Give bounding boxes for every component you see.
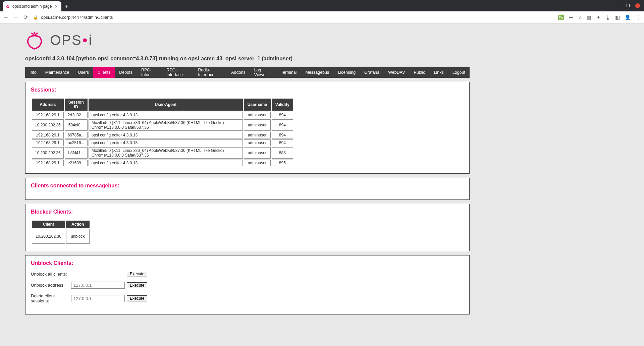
profile-icon[interactable]: 👤 — [625, 14, 631, 20]
sessions-cell-ua: opsi config editor 4.3.0.13 — [89, 160, 243, 166]
blocked-col-action: Action — [66, 221, 90, 228]
nav-rpc-infos[interactable]: RPC-Infos — [137, 67, 162, 78]
nav-licensing[interactable]: Licensing — [333, 67, 360, 78]
logo-text-b: i — [89, 32, 92, 48]
messagebus-heading: Clients connected to messagebus: — [31, 183, 464, 189]
nav-reload-icon[interactable]: ⟳ — [23, 14, 28, 20]
opsi-bee-icon — [25, 31, 44, 50]
sessions-cell-sid: 2d2a32... — [65, 112, 88, 118]
translate-icon[interactable]: 🈯 — [558, 14, 564, 20]
sessions-cell-user: adminuser — [244, 147, 271, 159]
nav-webdav[interactable]: WebDAV — [384, 67, 409, 78]
kebab-menu-icon[interactable]: ⋮ — [636, 14, 641, 20]
nav-messagebus[interactable]: Messagebus — [301, 67, 333, 78]
blocked-panel: Blocked Clients: ClientAction 10.200.202… — [25, 204, 470, 251]
blocked-client: 10.200.202.36 — [32, 229, 65, 244]
sessions-col-session-id: Session ID — [65, 99, 88, 111]
sessions-row: 10.200.202.36b8fd41...Mozilla/5.0 (X11; … — [32, 147, 293, 159]
blocked-table: ClientAction 10.200.202.36unblock — [31, 220, 91, 245]
sessions-cell-addr: 10.200.202.36 — [32, 119, 64, 131]
tab-title: opsiconfd admin page — [12, 4, 52, 9]
sessions-row: 192.168.29.12d2a32...opsi config editor … — [32, 112, 293, 118]
nav-logout[interactable]: Logout — [448, 67, 470, 78]
logo-dot-icon: • — [83, 32, 88, 48]
sessions-cell-val: 888 — [272, 147, 293, 159]
nav-terminal[interactable]: Terminal — [276, 67, 301, 78]
sessions-cell-ua: Mozilla/5.0 (X11; Linux x86_64) AppleWeb… — [89, 119, 243, 131]
panel-icon[interactable]: ◧ — [615, 14, 620, 20]
unblock-address-label: Unblock address: — [31, 283, 71, 288]
sessions-cell-val: 894 — [272, 119, 293, 131]
nav-info[interactable]: Info — [25, 67, 41, 78]
bookmark-icon[interactable]: ☆ — [578, 14, 582, 20]
nav-grafana[interactable]: Grafana — [360, 67, 384, 78]
close-tab-icon[interactable]: ✕ — [54, 4, 58, 9]
delete-sessions-input[interactable] — [71, 295, 125, 302]
sessions-cell-user: adminuser — [244, 132, 271, 138]
admin-page: OPS•i opsiconfd 4.3.0.104 [python-opsi-c… — [0, 23, 483, 328]
nav-addons[interactable]: Addons — [227, 67, 250, 78]
window-maximize-icon[interactable]: ❐ — [626, 3, 630, 8]
window-controls: — ❐ — [617, 0, 644, 11]
main-nav: InfoMaintenanceUsersClientsDepotsRPC-Inf… — [25, 67, 470, 78]
sessions-cell-sid: b8fd41... — [65, 147, 88, 159]
nav-redis-interface[interactable]: Redis-Interface — [194, 67, 227, 78]
unblock-all-row: Unblock all clients: Execute — [31, 271, 464, 277]
sessions-cell-ua: opsi config editor 4.3.0.13 — [89, 139, 243, 146]
logo-text: OPS•i — [50, 32, 93, 48]
sessions-cell-sid: 594cf0... — [65, 119, 88, 131]
delete-sessions-label: Delete client sessions: — [31, 293, 71, 303]
sessions-cell-user: adminuser — [244, 139, 271, 146]
browser-address-bar: ← → ⟳ 🔒 opsi.acme.corp:44474/admin/#clie… — [0, 11, 644, 23]
unblock-address-execute-button[interactable]: Execute — [127, 282, 147, 288]
sessions-col-username: Username — [244, 99, 271, 111]
messagebus-panel: Clients connected to messagebus: — [25, 178, 470, 200]
window-minimize-icon[interactable]: — — [617, 3, 621, 8]
sessions-col-user-agent: User-Agent — [89, 99, 243, 111]
nav-clients[interactable]: Clients — [93, 67, 115, 78]
sessions-cell-ua: Mozilla/5.0 (X11; Linux x86_64) AppleWeb… — [89, 147, 243, 159]
unblock-all-execute-button[interactable]: Execute — [127, 271, 147, 277]
nav-public[interactable]: Public — [410, 67, 430, 78]
sessions-cell-addr: 10.200.202.36 — [32, 147, 64, 159]
sessions-cell-ua: opsi config editor 4.3.0.13 — [89, 132, 243, 138]
nav-depots[interactable]: Depots — [115, 67, 137, 78]
sessions-col-address: Address — [32, 99, 64, 111]
qr-icon[interactable]: ▦ — [587, 14, 592, 20]
unblock-address-row: Unblock address: Execute — [31, 282, 464, 289]
sessions-cell-user: adminuser — [244, 119, 271, 131]
new-tab-button[interactable]: + — [61, 1, 72, 11]
nav-back-icon[interactable]: ← — [3, 14, 9, 20]
sessions-cell-val: 894 — [272, 139, 293, 146]
nav-forward-icon[interactable]: → — [13, 14, 19, 20]
sessions-table: AddressSession IDUser-AgentUsernameValid… — [31, 98, 294, 167]
browser-tab-strip: ✿ opsiconfd admin page ✕ + — ❐ — [0, 0, 644, 11]
download-icon[interactable]: ⭳ — [605, 14, 610, 20]
extensions-icon[interactable]: ✦ — [596, 14, 601, 20]
unblock-button[interactable]: unblock — [66, 229, 90, 244]
nav-links[interactable]: Links — [430, 67, 448, 78]
page-title: opsiconfd 4.3.0.104 [python-opsi-common=… — [25, 56, 470, 62]
nav-log-viewer[interactable]: Log Viewer — [250, 67, 277, 78]
blocked-row: 10.200.202.36unblock — [32, 229, 90, 244]
nav-users[interactable]: Users — [73, 67, 93, 78]
blocked-col-client: Client — [32, 221, 65, 228]
sessions-cell-val: 894 — [272, 132, 293, 138]
window-close-icon[interactable] — [635, 3, 640, 8]
sessions-cell-addr: 192.168.29.1 — [32, 139, 64, 146]
browser-tab[interactable]: ✿ opsiconfd admin page ✕ — [3, 1, 61, 11]
unblock-address-input[interactable] — [71, 282, 125, 289]
nav-rpc-interface[interactable]: RPC-Interface — [162, 67, 194, 78]
nav-maintenance[interactable]: Maintenance — [41, 67, 74, 78]
delete-sessions-execute-button[interactable]: Execute — [127, 295, 147, 301]
share-icon[interactable]: ➦ — [569, 14, 573, 20]
unblock-all-label: Unblock all clients: — [31, 272, 127, 277]
lock-icon: 🔒 — [33, 15, 38, 20]
sessions-col-validity: Validity — [272, 99, 293, 111]
sessions-row: 192.168.29.169785a...opsi config editor … — [32, 132, 293, 138]
sessions-cell-sid: 69785a... — [65, 132, 88, 138]
url-field[interactable]: 🔒 opsi.acme.corp:44474/admin/#clients — [33, 15, 553, 20]
logo-text-a: OPS — [50, 32, 82, 48]
sessions-panel: Sessions: AddressSession IDUser-AgentUse… — [25, 82, 470, 174]
sessions-cell-val: 895 — [272, 160, 293, 166]
